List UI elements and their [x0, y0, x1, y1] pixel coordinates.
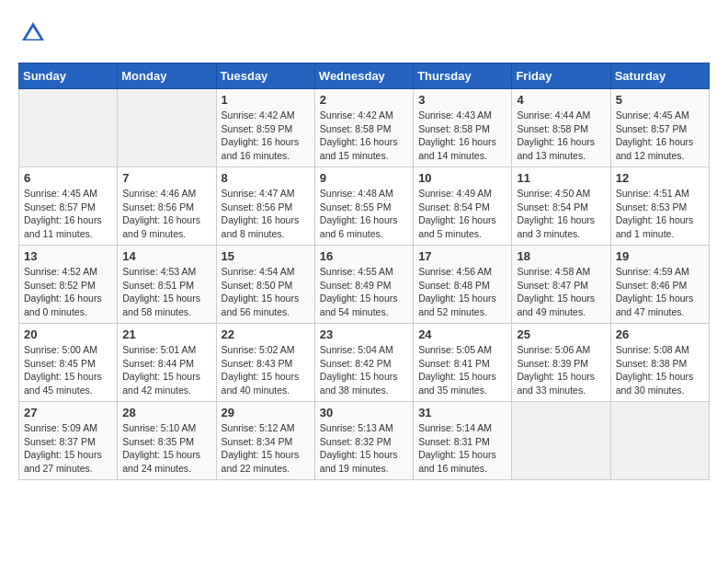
day-number: 2 — [320, 93, 408, 107]
day-info: Sunrise: 5:00 AM Sunset: 8:45 PM Dayligh… — [24, 343, 112, 397]
day-cell: 2Sunrise: 4:42 AM Sunset: 8:58 PM Daylig… — [314, 89, 413, 167]
day-header-sunday: Sunday — [19, 63, 118, 89]
day-number: 27 — [24, 406, 112, 419]
day-info: Sunrise: 4:43 AM Sunset: 8:58 PM Dayligh… — [418, 109, 506, 163]
day-cell: 30Sunrise: 5:13 AM Sunset: 8:32 PM Dayli… — [314, 402, 413, 480]
calendar: SundayMondayTuesdayWednesdayThursdayFrid… — [18, 63, 710, 480]
day-cell: 31Sunrise: 5:14 AM Sunset: 8:31 PM Dayli… — [414, 402, 512, 480]
day-cell — [610, 402, 709, 480]
day-cell: 16Sunrise: 4:55 AM Sunset: 8:49 PM Dayli… — [314, 246, 413, 324]
day-number: 9 — [320, 171, 408, 185]
day-cell: 9Sunrise: 4:48 AM Sunset: 8:55 PM Daylig… — [314, 167, 413, 246]
day-number: 5 — [616, 93, 704, 107]
week-row-4: 20Sunrise: 5:00 AM Sunset: 8:45 PM Dayli… — [19, 324, 710, 402]
day-cell — [19, 89, 118, 167]
day-number: 3 — [418, 93, 506, 107]
day-number: 6 — [24, 171, 112, 185]
day-info: Sunrise: 5:12 AM Sunset: 8:34 PM Dayligh… — [222, 421, 310, 476]
day-number: 25 — [517, 327, 605, 341]
day-cell: 27Sunrise: 5:09 AM Sunset: 8:37 PM Dayli… — [19, 402, 118, 480]
day-info: Sunrise: 4:58 AM Sunset: 8:47 PM Dayligh… — [517, 265, 605, 319]
day-number: 22 — [222, 327, 310, 341]
day-cell: 4Sunrise: 4:44 AM Sunset: 8:58 PM Daylig… — [512, 89, 610, 167]
day-cell: 20Sunrise: 5:00 AM Sunset: 8:45 PM Dayli… — [19, 324, 118, 402]
day-number: 8 — [222, 171, 310, 185]
logo-icon — [18, 18, 48, 48]
day-info: Sunrise: 5:08 AM Sunset: 8:38 PM Dayligh… — [616, 343, 704, 397]
day-number: 21 — [122, 327, 210, 341]
day-header-tuesday: Tuesday — [216, 63, 314, 89]
day-info: Sunrise: 4:47 AM Sunset: 8:56 PM Dayligh… — [222, 187, 310, 241]
day-number: 18 — [517, 249, 605, 263]
day-header-friday: Friday — [512, 63, 610, 89]
day-cell: 6Sunrise: 4:45 AM Sunset: 8:57 PM Daylig… — [19, 167, 118, 246]
day-info: Sunrise: 4:42 AM Sunset: 8:58 PM Dayligh… — [320, 109, 408, 163]
day-number: 30 — [320, 406, 408, 419]
day-info: Sunrise: 5:01 AM Sunset: 8:44 PM Dayligh… — [122, 343, 210, 397]
day-info: Sunrise: 4:52 AM Sunset: 8:52 PM Dayligh… — [24, 265, 112, 319]
day-cell: 23Sunrise: 5:04 AM Sunset: 8:42 PM Dayli… — [314, 324, 413, 402]
day-cell: 12Sunrise: 4:51 AM Sunset: 8:53 PM Dayli… — [610, 167, 709, 246]
day-number: 1 — [222, 93, 310, 107]
day-cell: 13Sunrise: 4:52 AM Sunset: 8:52 PM Dayli… — [19, 246, 118, 324]
day-info: Sunrise: 4:42 AM Sunset: 8:59 PM Dayligh… — [222, 109, 310, 163]
day-cell — [118, 89, 216, 167]
day-header-monday: Monday — [118, 63, 216, 89]
day-number: 12 — [616, 171, 704, 185]
day-info: Sunrise: 5:06 AM Sunset: 8:39 PM Dayligh… — [517, 343, 605, 397]
day-number: 14 — [122, 249, 210, 263]
day-cell: 14Sunrise: 4:53 AM Sunset: 8:51 PM Dayli… — [118, 246, 216, 324]
day-cell — [512, 402, 610, 480]
page-header — [18, 18, 710, 48]
week-row-3: 13Sunrise: 4:52 AM Sunset: 8:52 PM Dayli… — [19, 246, 710, 324]
day-info: Sunrise: 5:10 AM Sunset: 8:35 PM Dayligh… — [122, 421, 210, 476]
day-info: Sunrise: 4:44 AM Sunset: 8:58 PM Dayligh… — [517, 109, 605, 163]
week-row-1: 1Sunrise: 4:42 AM Sunset: 8:59 PM Daylig… — [19, 89, 710, 167]
day-cell: 1Sunrise: 4:42 AM Sunset: 8:59 PM Daylig… — [216, 89, 314, 167]
day-info: Sunrise: 4:45 AM Sunset: 8:57 PM Dayligh… — [24, 187, 112, 241]
week-row-2: 6Sunrise: 4:45 AM Sunset: 8:57 PM Daylig… — [19, 167, 710, 246]
day-number: 24 — [418, 327, 506, 341]
day-number: 29 — [222, 406, 310, 419]
day-cell: 3Sunrise: 4:43 AM Sunset: 8:58 PM Daylig… — [414, 89, 512, 167]
day-info: Sunrise: 5:14 AM Sunset: 8:31 PM Dayligh… — [418, 421, 506, 476]
day-number: 23 — [320, 327, 408, 341]
day-cell: 5Sunrise: 4:45 AM Sunset: 8:57 PM Daylig… — [610, 89, 709, 167]
day-info: Sunrise: 5:04 AM Sunset: 8:42 PM Dayligh… — [320, 343, 408, 397]
day-cell: 17Sunrise: 4:56 AM Sunset: 8:48 PM Dayli… — [414, 246, 512, 324]
day-number: 13 — [24, 249, 112, 263]
day-info: Sunrise: 4:54 AM Sunset: 8:50 PM Dayligh… — [222, 265, 310, 319]
day-info: Sunrise: 4:56 AM Sunset: 8:48 PM Dayligh… — [418, 265, 506, 319]
day-info: Sunrise: 4:50 AM Sunset: 8:54 PM Dayligh… — [517, 187, 605, 241]
day-number: 16 — [320, 249, 408, 263]
day-info: Sunrise: 4:49 AM Sunset: 8:54 PM Dayligh… — [418, 187, 506, 241]
day-cell: 7Sunrise: 4:46 AM Sunset: 8:56 PM Daylig… — [118, 167, 216, 246]
day-cell: 25Sunrise: 5:06 AM Sunset: 8:39 PM Dayli… — [512, 324, 610, 402]
day-number: 20 — [24, 327, 112, 341]
day-info: Sunrise: 4:45 AM Sunset: 8:57 PM Dayligh… — [616, 109, 704, 163]
day-cell: 18Sunrise: 4:58 AM Sunset: 8:47 PM Dayli… — [512, 246, 610, 324]
day-number: 28 — [122, 406, 210, 419]
day-cell: 29Sunrise: 5:12 AM Sunset: 8:34 PM Dayli… — [216, 402, 314, 480]
calendar-header-row: SundayMondayTuesdayWednesdayThursdayFrid… — [19, 63, 710, 89]
day-number: 11 — [517, 171, 605, 185]
day-number: 31 — [418, 406, 506, 419]
day-header-wednesday: Wednesday — [314, 63, 413, 89]
day-number: 26 — [616, 327, 704, 341]
day-cell: 22Sunrise: 5:02 AM Sunset: 8:43 PM Dayli… — [216, 324, 314, 402]
day-info: Sunrise: 4:53 AM Sunset: 8:51 PM Dayligh… — [122, 265, 210, 319]
week-row-5: 27Sunrise: 5:09 AM Sunset: 8:37 PM Dayli… — [19, 402, 710, 480]
day-number: 17 — [418, 249, 506, 263]
day-info: Sunrise: 4:59 AM Sunset: 8:46 PM Dayligh… — [616, 265, 704, 319]
day-header-saturday: Saturday — [610, 63, 709, 89]
day-header-thursday: Thursday — [414, 63, 512, 89]
day-info: Sunrise: 5:02 AM Sunset: 8:43 PM Dayligh… — [222, 343, 310, 397]
day-info: Sunrise: 4:55 AM Sunset: 8:49 PM Dayligh… — [320, 265, 408, 319]
day-info: Sunrise: 4:46 AM Sunset: 8:56 PM Dayligh… — [122, 187, 210, 241]
day-info: Sunrise: 4:48 AM Sunset: 8:55 PM Dayligh… — [320, 187, 408, 241]
day-cell: 10Sunrise: 4:49 AM Sunset: 8:54 PM Dayli… — [414, 167, 512, 246]
day-number: 19 — [616, 249, 704, 263]
day-number: 7 — [122, 171, 210, 185]
day-info: Sunrise: 5:09 AM Sunset: 8:37 PM Dayligh… — [24, 421, 112, 476]
day-info: Sunrise: 5:13 AM Sunset: 8:32 PM Dayligh… — [320, 421, 408, 476]
